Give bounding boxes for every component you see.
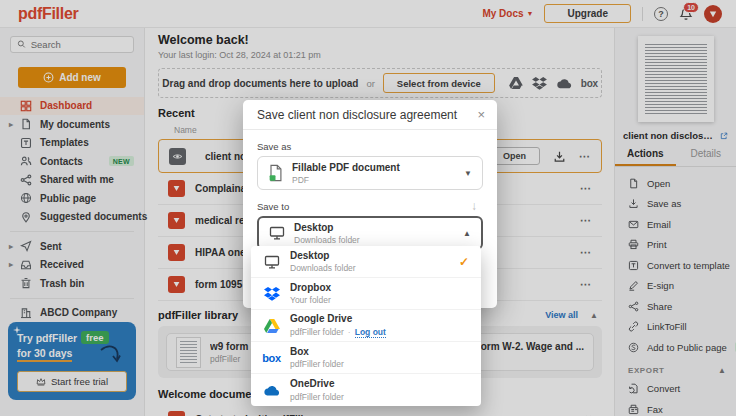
save-as-value: Fillable PDF document <box>292 162 400 174</box>
chevron-down-icon: ▼ <box>464 169 472 178</box>
desktop-icon <box>264 255 280 269</box>
save-to-select[interactable]: Desktop Downloads folder ▲ <box>257 216 483 250</box>
log-out-link[interactable]: Log out <box>355 327 386 338</box>
arrow-down-icon: ↓ <box>471 200 477 212</box>
save-to-dropdown: Desktop Downloads folder ✓ Dropbox Your … <box>251 246 481 406</box>
save-to-subvalue: Downloads folder <box>294 235 360 245</box>
pdffiller-app: pdfFiller My Docs ▼ Upgrade ? 10 Ad <box>0 0 736 416</box>
box-icon: box <box>262 352 281 364</box>
dropbox-icon <box>264 287 280 301</box>
option-desktop[interactable]: Desktop Downloads folder ✓ <box>251 246 481 278</box>
check-icon: ✓ <box>459 255 469 269</box>
onedrive-icon <box>263 385 280 396</box>
modal-title: Save client non disclosure agreement <box>257 108 457 122</box>
save-as-subvalue: PDF <box>292 175 400 185</box>
save-as-label: Save as <box>257 141 483 152</box>
close-icon[interactable]: × <box>477 107 485 122</box>
option-onedrive[interactable]: OneDrive pdfFiller folder <box>251 374 481 406</box>
option-dropbox[interactable]: Dropbox Your folder <box>251 278 481 310</box>
save-to-value: Desktop <box>294 222 360 234</box>
desktop-icon <box>269 226 285 240</box>
chevron-up-icon: ▲ <box>463 229 471 238</box>
save-to-label: Save to <box>257 201 289 212</box>
fillable-pdf-icon <box>268 164 283 182</box>
google-drive-icon <box>264 319 280 333</box>
save-as-select[interactable]: Fillable PDF document PDF ▼ <box>257 156 483 190</box>
option-box[interactable]: box Box pdfFiller folder <box>251 342 481 374</box>
option-google-drive[interactable]: Google Drive pdfFiller folder·Log out <box>251 310 481 342</box>
